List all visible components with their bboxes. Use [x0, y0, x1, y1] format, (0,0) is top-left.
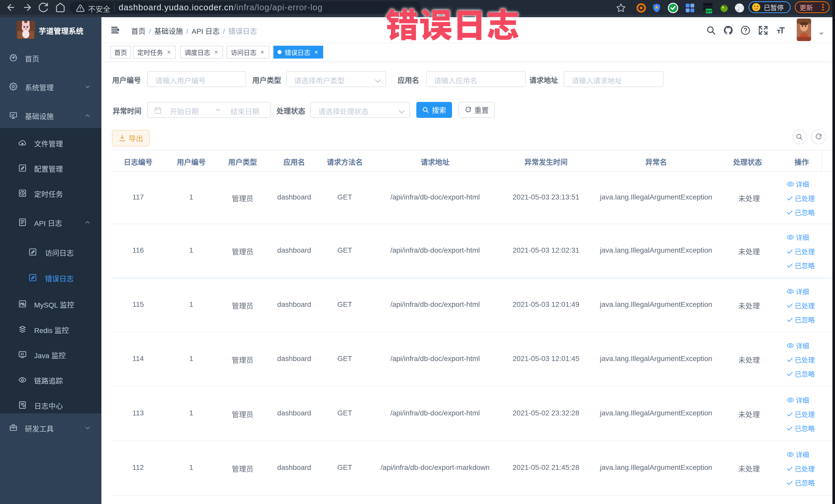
svg-text:OFF: OFF: [706, 9, 712, 13]
